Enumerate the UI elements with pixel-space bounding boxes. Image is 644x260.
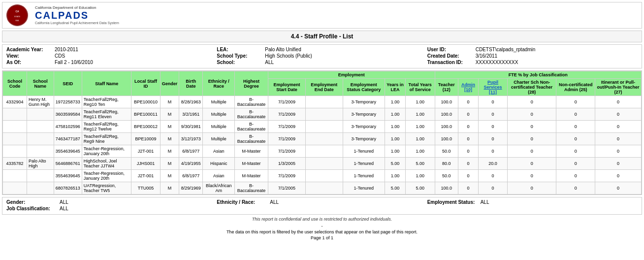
cell-local-staff-id: J2T-001 xyxy=(131,170,160,182)
cell-emp-end xyxy=(306,108,343,121)
meta-row-view: View: CDS xyxy=(6,53,217,59)
cell-admin: 0 xyxy=(458,133,478,145)
cell-itinerant: 0 xyxy=(595,108,642,121)
gender-label: Gender: xyxy=(6,199,56,205)
th-pupil-services: Pupil Services [11] xyxy=(479,79,508,96)
meta-row-transaction-id: Transaction ID: XXXXXXXXXXXXX xyxy=(427,60,638,65)
view-label: View: xyxy=(6,53,51,59)
footer-meta-section: Gender: ALL Job Classification: ALL Ethn… xyxy=(2,197,642,215)
cell-years-lea: 1.00 xyxy=(385,108,406,121)
cell-ethnicity: Multiple xyxy=(203,96,235,108)
cell-emp-start: 7/1/2009 xyxy=(268,145,305,158)
admin-link[interactable]: Admin [10] xyxy=(461,82,475,92)
calpads-brand-block: California Department of Education CALPA… xyxy=(35,5,119,25)
cell-itinerant: 0 xyxy=(595,121,642,133)
as-of-value: Fall 2 - 10/6/2010 xyxy=(55,60,93,65)
cell-staff-name: UATRegression, Teacher TW5 xyxy=(82,182,131,195)
meta-row-acad-year: Academic Year: 2010-2011 xyxy=(6,47,217,52)
th-itinerant: Itinerant or Pull-out/Push-In Teacher (2… xyxy=(595,79,642,96)
cell-school-code: 4335782 xyxy=(3,158,27,170)
cell-emp-end xyxy=(306,182,343,195)
cell-seid: 4758102596 xyxy=(54,121,82,133)
emp-status-label: Employment Status: xyxy=(427,199,477,205)
cell-emp-start: 7/1/2009 xyxy=(268,108,305,121)
meta-row-school: School: ALL xyxy=(217,60,427,65)
meta-col-right: User ID: CDETST\calpads_rptadmin Created… xyxy=(427,47,638,66)
cell-total-years: 1.00 xyxy=(405,170,435,182)
cell-years-lea: 5.00 xyxy=(385,158,406,170)
th-school-code: School Code xyxy=(3,71,27,96)
cell-charter: 0 xyxy=(508,158,556,170)
academic-year-label: Academic Year: xyxy=(6,47,51,52)
job-class-label: Job Classification: xyxy=(6,206,56,211)
cell-gender: M xyxy=(160,121,179,133)
cell-teacher: 100.0 xyxy=(435,133,458,145)
calpads-logo-text: CALPADS xyxy=(35,10,119,21)
cell-teacher: 100.0 xyxy=(435,108,458,121)
meta-row-as-of: As Of: Fall 2 - 10/6/2010 xyxy=(6,60,217,65)
cell-birth-date: 6/8/1977 xyxy=(179,170,203,182)
cell-school-name xyxy=(27,133,54,145)
cell-admin: 0 xyxy=(458,108,478,121)
table-row: 7463477187TeacherFall2Reg, Reg9 NineBPE1… xyxy=(3,133,642,145)
th-years-lea: Years in LEA xyxy=(385,79,406,96)
cell-staff-name: TeacherFall2Reg, Reg11 Eleven xyxy=(82,108,131,121)
cell-emp-end xyxy=(306,158,343,170)
lea-value: Palo Alto Unified xyxy=(265,47,301,52)
cell-ethnicity: Multiple xyxy=(203,133,235,145)
table-row: 4758102596TeacherFall2Reg, Reg12 TwelveB… xyxy=(3,121,642,133)
cell-school-code xyxy=(3,182,27,195)
user-id-label: User ID: xyxy=(427,47,472,52)
pupil-services-link[interactable]: Pupil Services [11] xyxy=(484,80,502,95)
table-row: 3554639645Teacher-Regression, January 20… xyxy=(3,145,642,158)
cell-total-years: 1.00 xyxy=(405,133,435,145)
footer-row-ethnicity: Ethnicity / Race: ALL xyxy=(217,199,427,205)
disclaimer-text: This report is confidential and use is r… xyxy=(2,217,642,222)
cell-years-lea: 1.00 xyxy=(385,145,406,158)
cell-school-code xyxy=(3,108,27,121)
emp-status-value: ALL xyxy=(481,199,489,205)
footer-row-job-class: Job Classification: ALL xyxy=(6,206,217,211)
cell-charter: 0 xyxy=(508,133,556,145)
cell-teacher: 100.0 xyxy=(435,182,458,195)
cell-teacher: 50.0 xyxy=(435,170,458,182)
cell-admin: 0 xyxy=(458,145,478,158)
cell-school-name xyxy=(27,170,54,182)
cell-charter: 0 xyxy=(508,182,556,195)
ca-seal-svg: CA STATE SEAL xyxy=(6,4,28,26)
cell-school-name xyxy=(27,108,54,121)
th-emp-start: Employment Start Date xyxy=(268,79,305,96)
cell-local-staff-id: BPE100012 xyxy=(131,121,160,133)
school-label: School: xyxy=(217,60,261,65)
cell-local-staff-id: BPE100011 xyxy=(131,108,160,121)
cell-local-staff-id: JJHS001 xyxy=(131,158,160,170)
logo-wrapper: CA STATE SEAL California Department of E… xyxy=(6,4,119,26)
cell-school-code xyxy=(3,133,27,145)
cell-emp-start: 7/1/2009 xyxy=(268,121,305,133)
cell-itinerant: 0 xyxy=(595,133,642,145)
cell-itinerant: 0 xyxy=(595,158,642,170)
meta-row-user-id: User ID: CDETST\calpads_rptadmin xyxy=(427,47,638,52)
created-date-value: 3/16/2011 xyxy=(476,53,498,59)
th-total-years: Total Years of Service xyxy=(405,79,435,96)
meta-col-left: Academic Year: 2010-2011 View: CDS As Of… xyxy=(6,47,217,66)
cell-emp-end xyxy=(306,133,343,145)
cell-non-cert-admin: 0 xyxy=(556,145,595,158)
svg-text:SEAL: SEAL xyxy=(15,20,19,22)
cell-emp-status: 3-Temporary xyxy=(343,121,385,133)
cell-gender: M xyxy=(160,133,179,145)
separator: - xyxy=(2,224,642,228)
cell-teacher: 100.0 xyxy=(435,96,458,108)
th-admin: Admin [10] xyxy=(458,79,478,96)
cell-itinerant: 0 xyxy=(595,145,642,158)
cell-pupil-services: 20.0 xyxy=(479,158,508,170)
meta-row-created-date: Created Date: 3/16/2011 xyxy=(427,53,638,59)
cell-ethnicity: Multiple xyxy=(203,108,235,121)
cell-itinerant: 0 xyxy=(595,182,642,195)
cell-school-name: Palo Alto High xyxy=(27,158,54,170)
ethnicity-race-value: ALL xyxy=(270,199,279,205)
job-class-value: ALL xyxy=(60,206,68,211)
cell-emp-start: 7/1/2005 xyxy=(268,182,305,195)
cell-pupil-services: 0 xyxy=(479,121,508,133)
cell-seid: 3554639645 xyxy=(54,145,82,158)
